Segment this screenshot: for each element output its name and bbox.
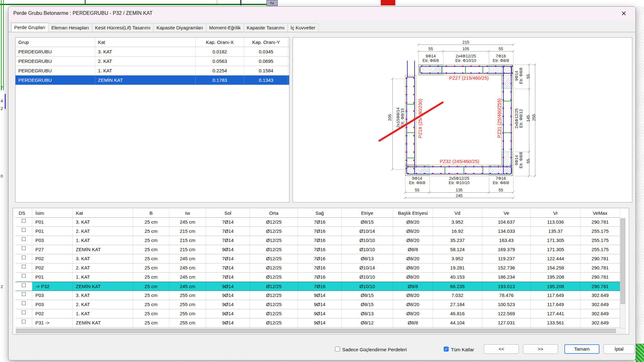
wall-table-row[interactable]: P27ZEMİN KAT25 cm215 cm9Ø14Ø12/257Ø16Ø10… xyxy=(15,245,620,254)
wall-table-row[interactable]: P033. KAT25 cm255 cm9Ø14Ø12/259Ø14Ø8/15Ø… xyxy=(15,291,620,300)
group-table-row[interactable]: PERDEGRUBU1. KAT0.22540.1584 xyxy=(15,66,289,75)
group-table-header: GrupKatKap. Oranı-XKap. Oranı-Y xyxy=(15,38,289,47)
tab-eleman-hesaplar-[interactable]: Eleman Hesapları xyxy=(48,23,92,32)
cell: 25 cm xyxy=(133,273,169,281)
rebar-dot xyxy=(437,72,439,74)
wall-id-label: PZ32 (245/460/25) xyxy=(440,159,479,164)
cell: 7Ø14 xyxy=(206,273,250,281)
wall-table-row[interactable]: P011. KAT25 cm245 cm7Ø14Ø12/257Ø16Ø10/10… xyxy=(15,273,620,282)
ds-checkbox[interactable] xyxy=(22,265,26,268)
dialog-titlebar[interactable]: Perde Grubu Betonarme : PERDEGRUBU - P32… xyxy=(9,7,635,21)
ds-checkbox[interactable] xyxy=(22,292,26,296)
tab-kapasite-diyagramlar-[interactable]: Kapasite Diyagramları xyxy=(153,23,206,32)
checkbox-sadece-guclendirme[interactable] xyxy=(335,347,340,352)
rebar-dot xyxy=(446,72,447,74)
extension-line xyxy=(489,53,489,63)
cell: 58.124 xyxy=(433,245,482,254)
drawing-annotation: 9Φ14 xyxy=(514,71,519,81)
cell: 113.036 xyxy=(531,218,580,226)
cell: Ø8/15 xyxy=(342,291,393,300)
ds-checkbox[interactable] xyxy=(22,301,26,305)
tab-kapasite-tasar-m-[interactable]: Kapasite Tasarımı xyxy=(244,23,288,32)
wall-table-row[interactable]: P032. KAT25 cm255 cm9Ø14Ø12/259Ø14Ø8/15Ø… xyxy=(15,300,620,309)
cell: 9Ø14 xyxy=(298,300,342,309)
wall-table-row[interactable]: P031. KAT25 cm215 cm7Ø14Ø12/257Ø16Ø10/10… xyxy=(15,236,620,245)
ds-checkbox[interactable] xyxy=(22,256,26,259)
rebar-dot xyxy=(510,165,512,166)
ds-checkbox[interactable] xyxy=(22,311,26,314)
rebar-dot xyxy=(448,173,450,174)
cell: 255 cm xyxy=(169,291,206,300)
drawing-annotation: 245 xyxy=(456,193,463,198)
cell: 25 cm xyxy=(133,245,169,254)
extension-line xyxy=(418,53,419,63)
cell: Ø8/15 xyxy=(342,218,393,226)
drawing-annotation: 145 xyxy=(526,115,531,122)
wall-table-row[interactable]: -> P32ZEMİN KAT25 cm245 cm9Ø14Ø12/257Ø16… xyxy=(15,282,620,291)
ds-checkbox[interactable] xyxy=(22,219,26,223)
ds-checkbox[interactable] xyxy=(22,320,26,323)
cell: 122.444 xyxy=(531,254,580,263)
section-drawing-panel[interactable]: 21555105559Φ14Etr. Φ8/82x4Φ12/25Etr. Φ10… xyxy=(293,37,632,202)
cell: PERDEGRUBU xyxy=(15,66,95,75)
group-table-row[interactable]: PERDEGRUBU3. KAT0.01820.0345 xyxy=(15,47,289,57)
cell: Ø12/25 xyxy=(250,309,298,318)
group-table-row[interactable]: PERDEGRUBU2. KAT0.05630.0695 xyxy=(15,57,289,66)
cell: 290.781 xyxy=(580,263,620,272)
wall-table-row[interactable]: P022. KAT25 cm245 cm7Ø14Ø12/257Ø16Ø10/14… xyxy=(15,263,620,273)
wall-table-row[interactable]: P021. KAT25 cm255 cm9Ø14Ø12/259Ø14Ø8/13Ø… xyxy=(15,309,620,318)
cell: 7Ø16 xyxy=(298,282,342,291)
column-header: DS xyxy=(15,209,32,217)
ds-checkbox[interactable] xyxy=(22,246,26,250)
drawing-annotation: 2x5Φ12/25 xyxy=(449,176,469,181)
horizontal-scrollbar-thumb[interactable] xyxy=(16,329,616,333)
tab-i-kuvvetler[interactable]: İç Kuvvetler xyxy=(288,23,319,32)
ds-checkbox[interactable] xyxy=(22,283,26,287)
extension-line xyxy=(394,169,404,170)
tab-moment-e-rilik[interactable]: Moment-Eğrilik xyxy=(206,23,244,32)
cell: Ø12/25 xyxy=(250,254,298,263)
cell: 127.441 xyxy=(531,309,580,318)
close-icon[interactable]: ✕ xyxy=(620,9,628,18)
ds-checkbox[interactable] xyxy=(22,274,26,278)
cell: Ø8/13 xyxy=(342,309,393,318)
cell: 302.649 xyxy=(580,318,620,327)
cell: Ø8/20 xyxy=(393,236,433,245)
cell: Ø8/20 xyxy=(393,227,433,236)
cell: 3. KAT xyxy=(73,218,133,226)
button-next[interactable]: >> xyxy=(523,344,558,354)
cell: 46.816 xyxy=(433,309,482,318)
tab-kesit-h-cresi-lif-tasar-m-[interactable]: Kesit Hücresi(Lif) Tasarımı xyxy=(92,23,154,32)
tie-mark xyxy=(464,167,464,174)
group-table-row[interactable]: PERDEGRUBUZEMİN KAT0.17830.1343 xyxy=(15,75,289,85)
cell: 2. KAT xyxy=(73,227,133,236)
cell: 7Ø16 xyxy=(298,227,342,236)
cell: 7Ø16 xyxy=(298,263,342,272)
checkbox-tum-katlar[interactable]: ✓ xyxy=(444,347,449,352)
wall-table-row[interactable]: P31 ->ZEMİN KAT25 cm255 cm9Ø14Ø12/259Ø14… xyxy=(15,318,620,328)
cell: 215 cm xyxy=(169,227,206,236)
cell: Ø12/25 xyxy=(250,291,298,300)
screen: 2 74202 Perde Grubu Betonarme : PERDEGRU… xyxy=(0,0,644,362)
column-header: Kat xyxy=(95,38,196,47)
wall-table-row[interactable]: P013. KAT25 cm245 cm7Ø14Ø12/257Ø16Ø8/15Ø… xyxy=(15,218,620,227)
rebar-dot xyxy=(502,75,504,76)
cell: 25 cm xyxy=(133,282,169,291)
tab-perde-gruplar-[interactable]: Perde Grupları xyxy=(11,23,48,32)
wall-table-row[interactable]: P012. KAT25 cm215 cm7Ø14Ø12/257Ø16Ø10/14… xyxy=(15,227,620,236)
column-header: Sağ xyxy=(298,209,342,217)
cell: 255 cm xyxy=(169,309,206,318)
button-i̇ptal[interactable]: İptal xyxy=(604,344,635,354)
vertical-scrollbar-thumb[interactable] xyxy=(621,219,625,304)
rebar-dot xyxy=(406,77,407,79)
ds-checkbox[interactable] xyxy=(22,237,26,241)
button-prev[interactable]: << xyxy=(484,344,519,354)
tie-mark xyxy=(441,67,442,74)
wall-table-row[interactable]: P023. KAT25 cm245 cm7Ø14Ø12/257Ø16Ø8/13Ø… xyxy=(15,254,620,263)
column-header: Vr xyxy=(531,209,580,217)
horizontal-scrollbar[interactable] xyxy=(15,328,626,334)
ds-checkbox[interactable] xyxy=(22,228,26,232)
vertical-scrollbar[interactable] xyxy=(620,218,626,328)
button-tamam[interactable]: Tamam xyxy=(564,344,599,354)
extension-line xyxy=(489,177,489,192)
